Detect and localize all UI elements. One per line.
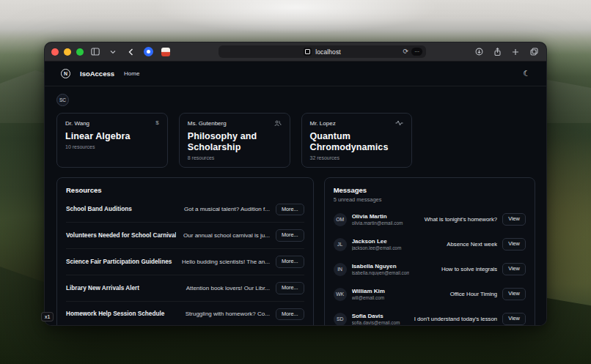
sidebar-icon[interactable] (89, 47, 101, 57)
teacher-name: Dr. Wang (65, 120, 89, 127)
course-title: Philosophy and Scholarship (188, 131, 282, 153)
reload-icon[interactable]: ⟳ (403, 48, 408, 55)
resource-row: Homework Help Session Schedule Strugglin… (66, 302, 304, 327)
chevron-down-icon[interactable] (107, 47, 119, 57)
sender-name: Isabella Nguyen (352, 263, 409, 270)
avatar: WK (334, 288, 347, 301)
app-main: SC Dr. Wang $ Linear Algebra 10 resource… (45, 86, 546, 326)
content-panels: Resources School Band Auditions Got a mu… (56, 177, 535, 327)
course-cards: Dr. Wang $ Linear Algebra 10 resources M… (56, 113, 535, 168)
close-window-button[interactable] (51, 48, 59, 56)
extension-blue-icon[interactable] (142, 47, 154, 57)
resource-row: Volunteers Needed for School Carnival Ou… (66, 223, 304, 249)
resource-preview: Our annual school carnival is ju... (182, 232, 270, 239)
brand-title[interactable]: IsoAccess (80, 70, 114, 78)
minimize-window-button[interactable] (64, 48, 71, 56)
browser-window: localhost ⟳ ⋯ N (44, 42, 547, 326)
course-card-philosophy[interactable]: Ms. Gutenberg Philosophy and Scholarship… (179, 113, 290, 168)
message-subject: Absence Next week (414, 241, 498, 248)
messages-title: Messages (334, 186, 526, 194)
app-page: N IsoAccess Home ☾ SC Dr. Wang $ Linear … (45, 62, 546, 326)
resource-title: Volunteers Needed for School Carnival (66, 232, 176, 239)
avatar: OM (334, 213, 347, 226)
more-button[interactable]: More... (276, 229, 304, 242)
speed-indicator-badge: x1 (41, 312, 54, 322)
message-row: WK William Kim will@email.com Office Hou… (334, 282, 526, 307)
resource-row: School Band Auditions Got a musical tale… (66, 197, 304, 223)
more-button[interactable]: More... (276, 204, 304, 216)
resources-title: Resources (66, 186, 304, 194)
extension-color-icon[interactable] (160, 47, 172, 57)
activity-icon (395, 120, 403, 126)
window-controls (51, 48, 84, 56)
downloads-icon[interactable] (473, 47, 485, 57)
resource-preview: Got a musical talent? Audition f... (182, 206, 270, 212)
users-icon (274, 120, 282, 127)
resource-title: Homework Help Session Schedule (66, 311, 176, 317)
site-badge-icon (304, 48, 312, 56)
message-subject: What is tonight's homework? (414, 216, 498, 223)
avatar: SD (334, 313, 347, 326)
message-row: IN Isabella Nguyen isabella.nguyen@email… (334, 257, 526, 282)
new-tab-icon[interactable] (510, 47, 521, 57)
tab-overview-icon[interactable] (528, 47, 540, 57)
messages-panel: Messages 5 unread messages OM Olivia Mar… (324, 177, 535, 327)
resource-row: Science Fair Participation Guidelines He… (66, 249, 304, 275)
resource-title: Science Fair Participation Guidelines (66, 259, 176, 265)
page-more-icon[interactable]: ⋯ (411, 48, 422, 56)
messages-list: OM Olivia Martin olivia.martin@email.com… (334, 207, 526, 327)
zoom-window-button[interactable] (76, 48, 84, 56)
sender-name: Sofia Davis (352, 313, 409, 319)
more-button[interactable]: More... (276, 282, 304, 294)
message-subject: I don't understand today's lesson (414, 316, 498, 322)
app-navbar: N IsoAccess Home ☾ (45, 62, 546, 86)
dollar-icon: $ (155, 120, 158, 126)
address-bar[interactable]: localhost ⟳ ⋯ (219, 45, 426, 58)
teacher-name: Mr. Lopez (310, 120, 336, 127)
sender-name: Jackson Lee (352, 238, 409, 245)
view-button[interactable]: View (502, 313, 526, 325)
sender-email: will@email.com (352, 295, 409, 300)
toolbar-center: localhost ⟳ ⋯ (177, 45, 467, 58)
sender-name: Olivia Martin (352, 213, 409, 220)
course-title: Linear Algebra (65, 131, 159, 142)
course-title: Quantum Chromodynamics (310, 131, 404, 153)
message-row: JL Jackson Lee jackson.lee@email.com Abs… (334, 232, 526, 257)
moon-icon[interactable]: ☾ (523, 69, 530, 78)
teacher-name: Ms. Gutenberg (188, 120, 227, 127)
share-icon[interactable] (491, 47, 503, 57)
message-subject: Office Hour Timing (414, 291, 498, 297)
user-avatar[interactable]: SC (56, 94, 69, 106)
view-button[interactable]: View (502, 263, 526, 275)
resource-title: School Band Auditions (66, 206, 176, 212)
course-card-quantum[interactable]: Mr. Lopez Quantum Chromodynamics 32 reso… (301, 113, 413, 168)
resources-list: School Band Auditions Got a musical tale… (66, 197, 304, 327)
sender-name: William Kim (352, 288, 409, 294)
message-row: OM Olivia Martin olivia.martin@email.com… (334, 207, 526, 232)
view-button[interactable]: View (502, 213, 526, 226)
messages-subtitle: 5 unread messages (334, 196, 526, 203)
course-resource-count: 10 resources (65, 144, 159, 149)
back-icon[interactable] (125, 47, 136, 57)
sender-email: isabella.nguyen@email.com (352, 270, 409, 275)
course-card-linear-algebra[interactable]: Dr. Wang $ Linear Algebra 10 resources (56, 113, 168, 168)
address-url: localhost (315, 48, 340, 56)
more-button[interactable]: More... (276, 256, 304, 268)
message-row: SD Sofia Davis sofia.davis@email.com I d… (334, 307, 526, 327)
sender-email: sofia.davis@email.com (352, 320, 409, 325)
resources-panel: Resources School Band Auditions Got a mu… (56, 177, 314, 327)
avatar: IN (334, 263, 347, 276)
browser-toolbar: localhost ⟳ ⋯ (45, 42, 546, 62)
resource-title: Library New Arrivals Alert (66, 285, 176, 291)
nav-item-home[interactable]: Home (124, 70, 139, 77)
resource-row: Library New Arrivals Alert Attention boo… (66, 275, 304, 302)
view-button[interactable]: View (502, 238, 526, 250)
sender-email: olivia.martin@email.com (352, 220, 409, 226)
view-button[interactable]: View (502, 288, 526, 300)
course-resource-count: 8 resources (188, 155, 282, 160)
resource-preview: Attention book lovers! Our Libr... (182, 285, 270, 291)
more-button[interactable]: More... (276, 308, 304, 321)
sender-email: jackson.lee@email.com (352, 245, 409, 250)
resource-preview: Struggling with homework? Co... (182, 311, 270, 317)
course-resource-count: 32 resources (310, 155, 404, 160)
